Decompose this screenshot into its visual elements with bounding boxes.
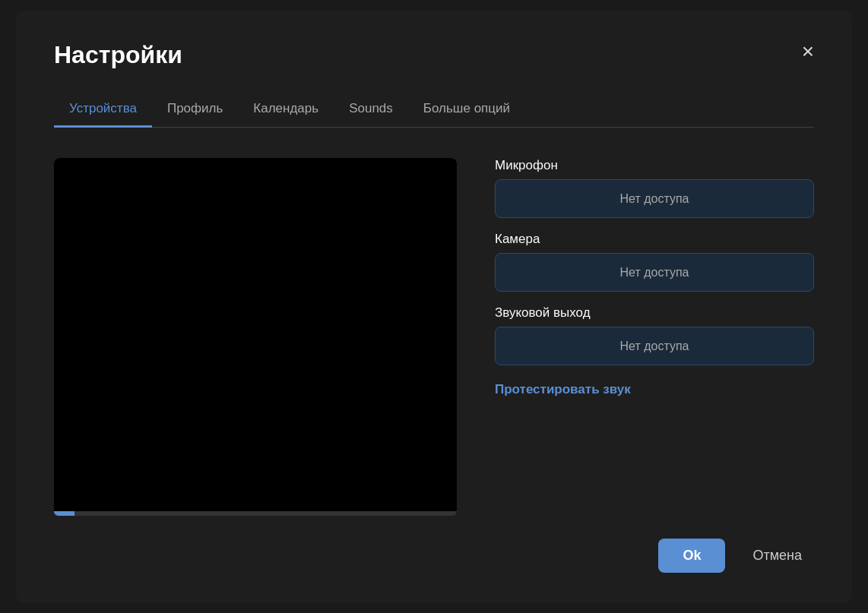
video-progress-bar <box>54 511 457 516</box>
test-sound-link[interactable]: Протестировать звук <box>495 382 814 397</box>
modal-header: Настройки × <box>54 41 814 69</box>
audio-output-group: Звуковой выход Нет доступа <box>495 305 814 365</box>
audio-output-label: Звуковой выход <box>495 305 814 321</box>
tab-profile[interactable]: Профиль <box>152 92 238 128</box>
tab-devices[interactable]: Устройства <box>54 92 152 128</box>
footer: Ok Отмена <box>54 516 814 573</box>
cancel-button[interactable]: Отмена <box>740 539 814 573</box>
tab-more-options[interactable]: Больше опций <box>408 92 525 128</box>
modal-title: Настройки <box>54 41 182 69</box>
tab-sounds[interactable]: Sounds <box>334 92 408 128</box>
camera-label: Камера <box>495 232 814 247</box>
camera-group: Камера Нет доступа <box>495 232 814 292</box>
controls-area: Микрофон Нет доступа Камера Нет доступа … <box>495 158 814 516</box>
tab-calendar[interactable]: Календарь <box>238 92 334 128</box>
ok-button[interactable]: Ok <box>658 539 725 573</box>
microphone-label: Микрофон <box>495 158 814 173</box>
close-button[interactable]: × <box>802 41 814 62</box>
content-area: Микрофон Нет доступа Камера Нет доступа … <box>54 158 814 516</box>
settings-modal: Настройки × Устройства Профиль Календарь… <box>16 11 852 603</box>
tabs-container: Устройства Профиль Календарь Sounds Боль… <box>54 92 814 128</box>
video-progress-fill <box>54 511 74 516</box>
camera-select[interactable]: Нет доступа <box>495 253 814 292</box>
microphone-group: Микрофон Нет доступа <box>495 158 814 218</box>
video-preview <box>54 158 457 516</box>
audio-output-select[interactable]: Нет доступа <box>495 327 814 365</box>
microphone-select[interactable]: Нет доступа <box>495 179 814 218</box>
